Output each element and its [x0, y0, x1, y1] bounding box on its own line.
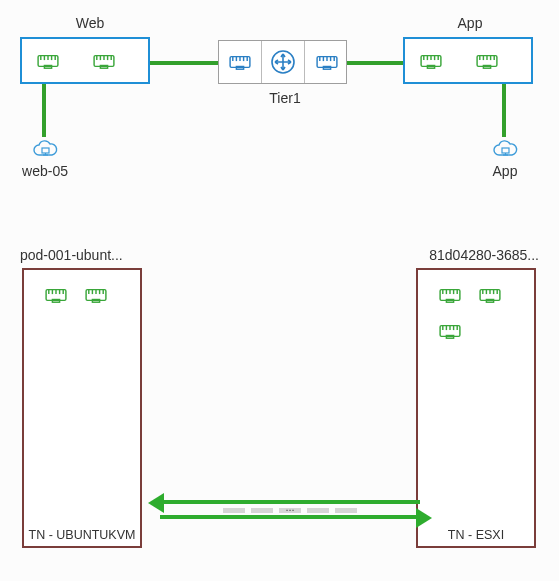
link-app-vm [502, 82, 506, 137]
port-icon [438, 322, 462, 340]
host-right[interactable]: TN - ESXI [416, 268, 536, 548]
tier1-router-label: Tier1 [260, 90, 310, 106]
port-icon [419, 52, 443, 70]
host-left-title: pod-001-ubunt... [20, 247, 123, 263]
arrow-right-icon [416, 508, 432, 528]
app-switch-label: App [440, 15, 500, 31]
cloud-vm-icon[interactable] [492, 138, 518, 160]
port-icon [438, 286, 462, 304]
link-router-app [344, 61, 405, 65]
port-icon [84, 286, 108, 304]
port-icon [228, 53, 252, 71]
app-switch[interactable] [403, 37, 533, 84]
port-icon [475, 52, 499, 70]
web-vm-label: web-05 [10, 163, 80, 179]
tier1-router[interactable] [218, 40, 347, 84]
port-icon [36, 52, 60, 70]
host-right-type: TN - ESXI [418, 528, 534, 542]
port-icon [92, 52, 116, 70]
host-left-type: TN - UBUNTUKVM [24, 528, 140, 542]
tunnel-ellipsis: ... [160, 501, 420, 513]
app-vm-label: App [475, 163, 535, 179]
port-icon [44, 286, 68, 304]
host-left[interactable]: TN - UBUNTUKVM [22, 268, 142, 548]
link-web-router [148, 61, 221, 65]
router-icon [271, 50, 295, 74]
cloud-vm-icon[interactable] [32, 138, 58, 160]
host-right-title: 81d04280-3685... [429, 247, 539, 263]
web-switch-label: Web [55, 15, 125, 31]
port-icon [478, 286, 502, 304]
web-switch[interactable] [20, 37, 150, 84]
link-web-vm [42, 82, 46, 137]
tunnel: ... [160, 496, 420, 524]
port-icon [315, 53, 339, 71]
